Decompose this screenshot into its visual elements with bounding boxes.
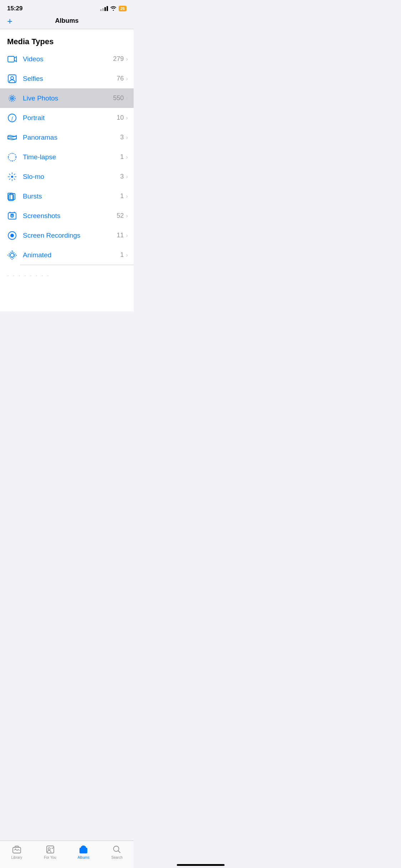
screen-recordings-count: 11	[117, 232, 124, 239]
animated-count: 1	[120, 251, 124, 259]
svg-point-9	[8, 153, 16, 161]
list-item-videos[interactable]: Videos 279 ›	[0, 49, 134, 69]
slo-mo-label: Slo-mo	[23, 173, 120, 181]
screen-recordings-label: Screen Recordings	[23, 232, 117, 239]
live-photos-label: Live Photos	[23, 94, 113, 102]
animated-chevron: ›	[126, 252, 128, 259]
status-time: 15:29	[7, 5, 22, 12]
panoramas-count: 3	[120, 134, 124, 141]
truncated-dots: · · · · · · · ·	[7, 272, 50, 279]
slo-mo-icon	[6, 170, 19, 183]
svg-line-21	[14, 174, 15, 175]
svg-rect-0	[8, 56, 14, 62]
time-lapse-count: 1	[120, 153, 124, 161]
list-item-selfies[interactable]: Selfies 76 ›	[0, 69, 134, 88]
list-item-slo-mo[interactable]: Slo-mo 3 ›	[0, 167, 134, 186]
screen-recordings-icon	[6, 229, 19, 242]
list-item-animated[interactable]: Animated 1 ›	[0, 245, 134, 265]
screen-recordings-chevron: ›	[126, 232, 128, 239]
svg-point-28	[11, 215, 13, 217]
list-item-time-lapse[interactable]: Time-lapse 1 ›	[0, 147, 134, 167]
screenshots-icon	[6, 210, 19, 222]
selfies-label: Selfies	[23, 75, 117, 83]
videos-chevron: ›	[126, 56, 128, 63]
screenshots-count: 52	[117, 212, 124, 219]
time-lapse-label: Time-lapse	[23, 153, 120, 161]
nav-bar: + Albums	[0, 14, 134, 29]
panoramas-icon	[6, 131, 19, 144]
live-photos-icon	[6, 92, 19, 105]
svg-line-22	[9, 179, 11, 180]
svg-line-20	[14, 179, 15, 180]
time-lapse-chevron: ›	[126, 154, 128, 161]
videos-count: 279	[113, 55, 124, 63]
videos-label: Videos	[23, 55, 113, 63]
section-title: Media Types	[7, 37, 53, 46]
list-item-panoramas[interactable]: Panoramas 3 ›	[0, 128, 134, 147]
live-photos-count: 550	[113, 94, 124, 102]
svg-point-30	[10, 234, 14, 237]
list-item-bursts[interactable]: Bursts 1 ›	[0, 186, 134, 206]
list-item-screen-recordings[interactable]: Screen Recordings 11 ›	[0, 226, 134, 245]
portrait-count: 10	[117, 114, 124, 122]
status-bar: 15:29 26	[0, 0, 134, 14]
bursts-label: Bursts	[23, 192, 120, 200]
signal-icon	[100, 6, 108, 11]
battery-badge: 26	[119, 6, 127, 11]
wifi-icon	[110, 6, 117, 12]
screenshots-label: Screenshots	[23, 212, 117, 220]
portrait-icon: f	[6, 112, 19, 124]
portrait-label: Portrait	[23, 114, 117, 122]
selfies-icon	[6, 72, 19, 85]
bursts-chevron: ›	[126, 193, 128, 200]
truncated-section: · · · · · · · ·	[0, 265, 134, 311]
animated-label: Animated	[23, 251, 120, 259]
nav-title: Albums	[55, 17, 78, 25]
portrait-chevron: ›	[126, 114, 128, 122]
svg-line-19	[9, 174, 11, 175]
svg-text:f: f	[11, 115, 14, 121]
panoramas-label: Panoramas	[23, 134, 120, 141]
list-item-screenshots[interactable]: Screenshots 52 ›	[0, 206, 134, 226]
bursts-count: 1	[120, 192, 124, 200]
section-header: Media Types	[0, 29, 134, 49]
add-album-button[interactable]: +	[7, 16, 12, 26]
slo-mo-chevron: ›	[126, 173, 128, 180]
selfies-count: 76	[117, 75, 124, 82]
animated-icon	[6, 249, 19, 262]
bursts-icon	[6, 190, 19, 203]
slo-mo-count: 3	[120, 173, 124, 180]
live-photos-chevron: ›	[126, 95, 128, 102]
list-item-portrait[interactable]: f Portrait 10 ›	[0, 108, 134, 128]
videos-icon	[6, 53, 19, 66]
svg-point-14	[11, 176, 13, 178]
selfies-chevron: ›	[126, 75, 128, 82]
svg-point-4	[11, 97, 13, 99]
content-area: Media Types Videos 279 › Selfies 76 ›	[0, 29, 134, 311]
status-icons: 26	[100, 6, 127, 12]
panoramas-chevron: ›	[126, 134, 128, 141]
time-lapse-icon	[6, 151, 19, 164]
list-item-live-photos[interactable]: Live Photos 550 ›	[0, 88, 134, 108]
svg-point-2	[11, 77, 14, 79]
screenshots-chevron: ›	[126, 212, 128, 219]
